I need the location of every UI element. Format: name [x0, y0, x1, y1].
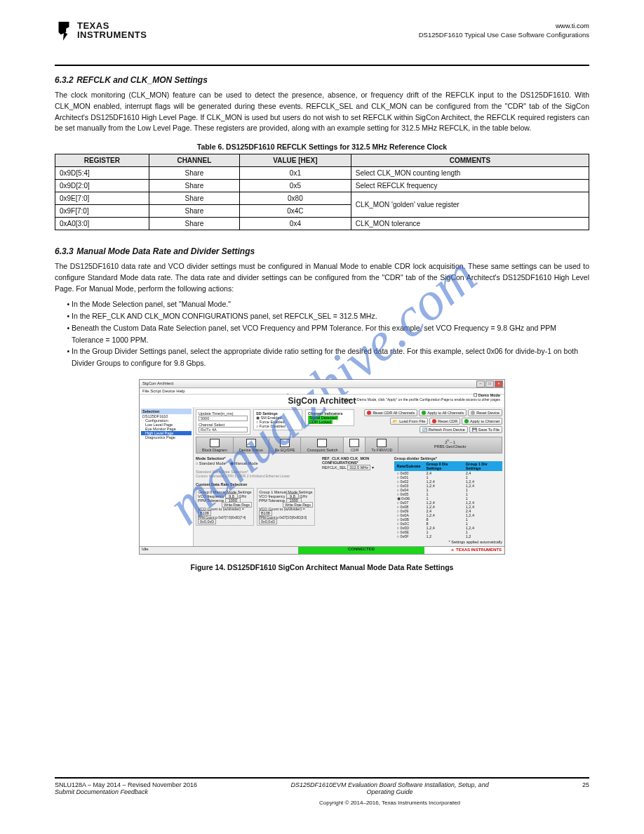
status-connected: CONNECTED: [298, 547, 424, 554]
group0-box: Group 0 Manual Mode Settings VCO frequen…: [196, 488, 254, 526]
apply-icon: [422, 411, 426, 415]
tab-rx-eq[interactable]: Rx EQ/DFE: [269, 437, 302, 453]
load-from-file-button[interactable]: 📂 Load From File: [390, 418, 428, 425]
update-panel: Update Time(in_ms) 5000 Channel Select R…: [196, 409, 250, 435]
rx-eq-icon: [280, 439, 290, 447]
demo-note: *When in Demo Mode, click "Apply" on the…: [342, 397, 500, 402]
selection-header: Selection: [141, 409, 192, 414]
step-1: In the Mode Selection panel, set "Manual…: [72, 298, 589, 310]
tab-device-status[interactable]: Device Status: [234, 437, 269, 453]
sec2-paragraph: The DS125DF1610 data rate and VCO divide…: [55, 261, 589, 294]
reset-cdr-all-button[interactable]: Reset CDR All Channels: [364, 409, 417, 416]
footer-docnum: SNLU128A – May 2014 – Revised November 2…: [55, 781, 197, 788]
step-4: In the Group Divider Settings panel, sel…: [72, 345, 589, 369]
tab-crosspoint[interactable]: Crosspoint Switch: [301, 437, 344, 453]
ppmcnt1-value: 0x0,0xD: [259, 519, 277, 524]
apply-icon: [464, 419, 469, 423]
reset-icon: [367, 411, 371, 415]
tab-toolbar: Block Diagram Device Status Rx EQ/DFE Cr…: [196, 437, 502, 454]
refclk-header: REF_CLK AND CLK_MON CONFIGURATIONS*: [322, 456, 387, 465]
update-input[interactable]: 5000: [199, 416, 248, 421]
sec-title: REFCLK and CLK_MON Settings: [76, 75, 208, 85]
apply-all-button[interactable]: Apply to All Channels: [419, 409, 467, 416]
header-rule: [55, 65, 589, 66]
txfir-icon: [377, 439, 387, 447]
sd-force-disabled[interactable]: Force Disabled: [260, 424, 286, 428]
std-rate-options: Custom Interlaken CPRI 1 CPRI 2 Infiniba…: [196, 474, 315, 478]
th-value: VALUE [HEX]: [239, 154, 351, 167]
channel-select-input[interactable]: Rx/Tx 4A: [199, 427, 248, 432]
ti-logo: TEXAS INSTRUMENTS: [55, 21, 147, 42]
sec-paragraph: The clock monitoring (CLK_MON) feature c…: [55, 90, 589, 134]
manual-mode-steps: In the Mode Selection panel, set "Manual…: [55, 298, 589, 369]
tab-txfir[interactable]: Tx FIR/VOD: [365, 437, 398, 453]
figure-caption: Figure 14. DS125DF1610 SigCon Architect …: [55, 563, 589, 571]
cycle-icon: [471, 411, 475, 415]
group-div-header: Group divider Settings*: [394, 456, 502, 461]
app-title: ☐ Demo Mode SigCon Architect *When in De…: [140, 395, 504, 407]
header-section: DS125DF1610 Typical Use Case Software Co…: [419, 31, 589, 39]
apply-channel-button[interactable]: Apply to Channel: [462, 418, 502, 425]
refclk-select[interactable]: 312.5 MHz: [347, 465, 370, 470]
nav-diag[interactable]: Diagnostics Page: [141, 435, 192, 439]
close-button[interactable]: ×: [495, 380, 503, 388]
step-3: Beneath the Custom Data Rate Selection p…: [72, 322, 589, 346]
reset-cdr-button[interactable]: Reset CDR: [429, 418, 460, 425]
sec-number: 6.3.2: [55, 75, 74, 85]
group1-box: Group 1 Manual Mode Settings VCO frequen…: [257, 488, 315, 526]
page-footer: SNLU128A – May 2014 – Revised November 2…: [55, 781, 589, 806]
mode-selection-header: Mode Selection*: [196, 456, 315, 461]
channel-indicators-panel: Channel Indicators Signal Detected CDR L…: [305, 409, 354, 426]
tab-prbs[interactable]: 2n − 1PRBS Gen/Checkr: [398, 437, 502, 453]
status-ti-logo: 🔺 TEXAS INSTRUMENTS: [424, 547, 504, 554]
footer-pagenum: 25: [582, 781, 589, 806]
sec2-number: 6.3.3: [55, 246, 74, 256]
grdiv-col1: Group 0 Div Settings: [424, 461, 463, 471]
reset-icon: [432, 419, 436, 423]
page-header: TEXAS INSTRUMENTS www.ti.com DS125DF1610…: [55, 21, 589, 63]
crosspoint-icon: [317, 439, 327, 447]
th-channel: CHANNEL: [149, 154, 239, 167]
sigcon-screenshot: SigCon Architect – □ × File Script Devic…: [139, 379, 505, 555]
header-url[interactable]: www.ti.com: [556, 22, 589, 29]
tab-block-diagram[interactable]: Block Diagram: [196, 437, 234, 453]
status-bar: Idle CONNECTED 🔺 TEXAS INSTRUMENTS: [140, 546, 504, 554]
group-divider-table[interactable]: Rate/Subrate Group 0 Div Settings Group …: [394, 461, 502, 538]
grdiv-col2: Group 1 Div Settings: [463, 461, 502, 471]
menu-bar[interactable]: File Script Device Help: [140, 388, 504, 395]
th-register: REGISTER: [55, 154, 149, 167]
footer-feedback-link[interactable]: Submit Documentation Feedback: [55, 788, 148, 795]
tab-cdr[interactable]: CDR: [344, 437, 365, 453]
grdiv-col0: Rate/Subrate: [394, 461, 424, 471]
standard-mode-radio[interactable]: Standard Mode: [199, 461, 226, 465]
device-status-icon: [246, 439, 256, 447]
ppmcnt0-value: 0x0,0xD: [198, 519, 216, 524]
th-comments: COMMENTS: [351, 154, 589, 167]
window-titlebar: SigCon Architect – □ ×: [140, 380, 504, 388]
footer-copyright: Copyright © 2014–2016, Texas Instruments…: [197, 800, 582, 806]
auto-note: * Settings applied automatically: [394, 540, 502, 544]
step-2: In the REF_CLK AND CLK_MON CONFIGURATION…: [72, 310, 589, 322]
selection-tree[interactable]: Selection DS125DF1610 Configuration Low …: [140, 407, 194, 546]
minimize-button[interactable]: –: [476, 380, 485, 388]
sec2-title: Manual Mode Data Rate and Divider Settin…: [76, 246, 255, 256]
sd-settings-panel: SD Settings ◉ SM Enabled ○ Force Enabled…: [253, 409, 302, 430]
refclk-table: REGISTER CHANNEL VALUE [HEX] COMMENTS 0x…: [55, 154, 589, 230]
maximize-button[interactable]: □: [485, 380, 494, 388]
reset-device-button[interactable]: Reset Device: [468, 409, 502, 416]
cdr-locked-led: CDR Locked: [308, 420, 333, 424]
save-to-file-button[interactable]: 💾 Save To File: [469, 426, 502, 433]
footer-rule: [55, 777, 589, 779]
window-title: SigCon Architect: [142, 381, 173, 385]
footer-title: DS125DF1610EVM Evaluation Board Software…: [197, 781, 582, 795]
block-diagram-icon: [210, 439, 220, 447]
manual-mode-radio[interactable]: Manual Mode: [234, 461, 257, 465]
logo-text-bot: INSTRUMENTS: [77, 30, 147, 39]
window-buttons: – □ ×: [476, 380, 503, 388]
refresh-button[interactable]: 🔄 Refresh From Device: [420, 426, 468, 433]
table-caption: Table 6. DS125DF1610 REFCLK Settings for…: [55, 143, 589, 151]
ti-chip-icon: [55, 21, 73, 42]
refclk-label: REFCLK_SEL: [322, 465, 347, 470]
cdr-icon: [349, 439, 359, 447]
status-idle: Idle: [140, 547, 298, 554]
